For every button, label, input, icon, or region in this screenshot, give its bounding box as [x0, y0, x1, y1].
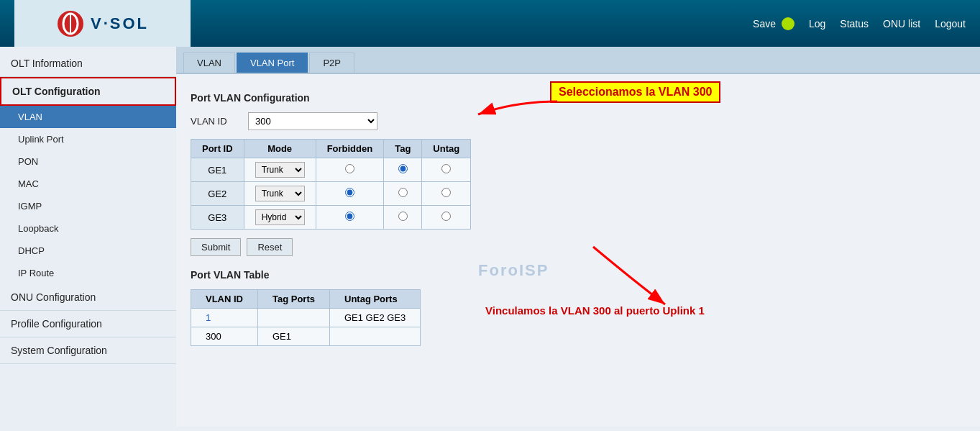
logo-area: V·SOL [14, 0, 191, 47]
reset-button[interactable]: Reset [247, 238, 293, 256]
table-row: GE2 Trunk Access Hybrid [191, 182, 471, 206]
main-layout: OLT Information OLT Configuration VLAN U… [0, 47, 980, 431]
log-button[interactable]: Log [809, 18, 825, 30]
col-mode: Mode [244, 140, 316, 158]
pvt-col-tag-ports: Tag Ports [258, 290, 330, 309]
mode-ge2-select[interactable]: Trunk Access Hybrid [255, 186, 305, 201]
tag-ge2-cell [384, 182, 422, 206]
sidebar-sub-ip-route[interactable]: IP Route [0, 262, 176, 284]
forbidden-ge3-cell [316, 206, 384, 230]
col-tag: Tag [384, 140, 422, 158]
mode-ge2-cell: Trunk Access Hybrid [244, 182, 316, 206]
content-area: VLAN VLAN Port P2P Seleccionamos la VLAN… [176, 47, 980, 431]
vsol-logo-icon [56, 9, 85, 38]
forbidden-ge1-cell [316, 158, 384, 182]
vlan-id-label: VLAN ID [191, 116, 241, 127]
sidebar-item-system-configuration[interactable]: System Configuration [0, 337, 176, 364]
sidebar: OLT Information OLT Configuration VLAN U… [0, 47, 176, 431]
arrow-vlan-select [320, 80, 564, 137]
sidebar-sub-igmp[interactable]: IGMP [0, 195, 176, 217]
annotation-uplink-binding: Vinculamos la VLAN 300 al puerto Uplink … [485, 304, 705, 317]
pvt-col-vlan-id: VLAN ID [191, 290, 258, 309]
mode-ge1-cell: Trunk Access Hybrid [244, 158, 316, 182]
config-table: Port ID Mode Forbidden Tag Untag GE1 Tru… [191, 139, 471, 230]
sidebar-item-olt-configuration[interactable]: OLT Configuration [0, 77, 176, 106]
submit-button[interactable]: Submit [191, 238, 241, 256]
port-ge2: GE2 [191, 182, 244, 206]
sidebar-item-onu-configuration[interactable]: ONU Configuration [0, 284, 176, 311]
sidebar-item-olt-information[interactable]: OLT Information [0, 50, 176, 77]
table-row: 1 GE1 GE2 GE3 [191, 309, 421, 327]
logout-button[interactable]: Logout [935, 18, 966, 30]
tab-bar: VLAN VLAN Port P2P [176, 47, 980, 74]
mode-ge3-select[interactable]: Trunk Access Hybrid [255, 209, 305, 225]
forbidden-ge2-radio[interactable] [345, 188, 354, 197]
status-indicator [782, 17, 794, 30]
tag-ge1-radio[interactable] [398, 164, 408, 173]
status-button[interactable]: Status [840, 18, 869, 30]
tag-ge2-radio[interactable] [398, 188, 408, 197]
port-vlan-table: VLAN ID Tag Ports Untag Ports 1 GE1 GE2 … [191, 289, 421, 346]
pvt-row1-untag-ports: GE1 GE2 GE3 [330, 309, 421, 327]
vlan-id-row: VLAN ID 300 1 [191, 112, 966, 130]
sidebar-sub-mac[interactable]: MAC [0, 173, 176, 195]
mode-ge1-select[interactable]: Trunk Access Hybrid [255, 162, 305, 178]
annotation-vlan-selection: Seleccionamos la VLAN 300 [550, 81, 720, 103]
forbidden-ge1-radio[interactable] [345, 164, 354, 173]
sidebar-sub-pon[interactable]: PON [0, 150, 176, 173]
tag-ge3-cell [384, 206, 422, 230]
untag-ge3-radio[interactable] [441, 212, 451, 221]
tab-p2p[interactable]: P2P [309, 53, 354, 73]
sidebar-item-profile-configuration[interactable]: Profile Configuration [0, 311, 176, 337]
sidebar-sub-vlan[interactable]: VLAN [0, 106, 176, 128]
header-right: Save Log Status ONU list Logout [753, 17, 966, 30]
col-forbidden: Forbidden [316, 140, 384, 158]
sidebar-sub-uplink-port[interactable]: Uplink Port [0, 128, 176, 150]
port-ge3: GE3 [191, 206, 244, 230]
forbidden-ge3-radio[interactable] [345, 212, 354, 221]
pvt-row1-vlan-id: 1 [191, 309, 258, 327]
pvt-row2-untag-ports [330, 327, 421, 346]
col-untag: Untag [422, 140, 471, 158]
pvt-row2-vlan-id: 300 [191, 327, 258, 346]
untag-ge2-cell [422, 182, 471, 206]
untag-ge1-cell [422, 158, 471, 182]
logo-text: V·SOL [91, 14, 149, 33]
untag-ge3-cell [422, 206, 471, 230]
tab-vlan[interactable]: VLAN [183, 53, 235, 73]
table-row: GE1 Trunk Access Hybrid [191, 158, 471, 182]
tag-ge3-radio[interactable] [398, 212, 408, 221]
sidebar-sub-dhcp[interactable]: DHCP [0, 240, 176, 262]
port-ge1: GE1 [191, 158, 244, 182]
sidebar-sub-loopback[interactable]: Loopback [0, 217, 176, 240]
forbidden-ge2-cell [316, 182, 384, 206]
pvt-row2-tag-ports: GE1 [258, 327, 330, 346]
header: V·SOL Save Log Status ONU list Logout [0, 0, 980, 47]
tag-ge1-cell [384, 158, 422, 182]
untag-ge2-radio[interactable] [441, 188, 451, 197]
untag-ge1-radio[interactable] [441, 164, 451, 173]
mode-ge3-cell: Trunk Access Hybrid [244, 206, 316, 230]
save-label[interactable]: Save [753, 18, 776, 30]
pvt-row1-tag-ports [258, 309, 330, 327]
col-port-id: Port ID [191, 140, 244, 158]
arrow-uplink-binding [521, 240, 723, 312]
table-row: 300 GE1 [191, 327, 421, 346]
onu-list-button[interactable]: ONU list [883, 18, 920, 30]
pvt-col-untag-ports: Untag Ports [330, 290, 421, 309]
table-row: GE3 Trunk Access Hybrid [191, 206, 471, 230]
save-area: Save [753, 17, 794, 30]
tab-vlan-port[interactable]: VLAN Port [237, 53, 308, 73]
inner-content: Seleccionamos la VLAN 300 Port VLAN Conf… [176, 74, 980, 427]
